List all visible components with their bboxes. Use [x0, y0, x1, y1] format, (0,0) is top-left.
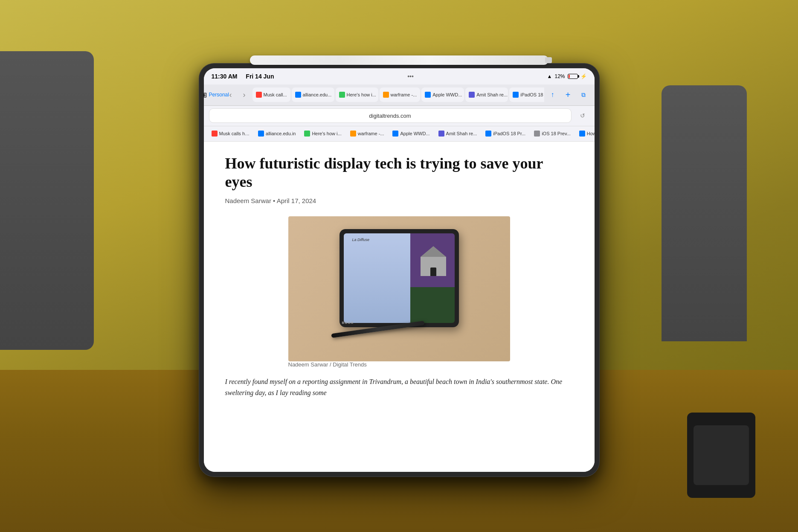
tablet-screen-green: [410, 287, 455, 323]
article-title: How futuristic display tech is trying to…: [225, 154, 573, 191]
tab-favicon-warframe: [383, 92, 389, 98]
article-body-text: I recently found myself on a reporting a…: [225, 376, 573, 399]
bookmark-how-futuristic[interactable]: How futurist...: [576, 129, 595, 138]
house-door: [430, 267, 436, 276]
house-body: [421, 257, 446, 276]
article-image-container: La Diffuse BOOX Nadeem Sarwar / Digital …: [288, 216, 510, 368]
web-content-area: How futuristic display tech is trying to…: [204, 142, 595, 472]
status-dots: •••: [407, 73, 414, 80]
tab-item-alliance[interactable]: alliance.edu...: [292, 87, 334, 102]
device-illustration: La Diffuse BOOX: [335, 229, 463, 340]
status-bar: 11:30 AM Fri 14 Jun ••• ▲ 12% ⚡: [204, 68, 595, 84]
bookmark-favicon-amit: [438, 131, 444, 137]
tab-favicon-ipados: [513, 92, 519, 98]
tab-bar: ⊞ Personal ‹ › Musk call... a: [204, 84, 595, 106]
ipad-screen: 11:30 AM Fri 14 Jun ••• ▲ 12% ⚡: [204, 68, 595, 472]
bookmark-favicon-alliance: [258, 131, 264, 137]
bookmark-label: warframe -...: [358, 131, 384, 136]
ebook-tablet-body: La Diffuse: [340, 229, 459, 327]
bookmark-ipados[interactable]: iPadOS 18 Pr...: [482, 129, 529, 138]
url-input[interactable]: digitaltrends.com: [209, 108, 572, 123]
sidebar-toggle-button[interactable]: ⊞ Personal: [208, 87, 223, 102]
back-button[interactable]: ‹: [224, 88, 237, 101]
house-roof: [421, 246, 446, 257]
bookmark-favicon-warframe: [350, 131, 356, 137]
share-button[interactable]: ↑: [546, 88, 560, 102]
bookmark-alliance[interactable]: alliance.edu.in: [255, 129, 299, 138]
add-tab-icon: +: [566, 90, 571, 100]
forward-button[interactable]: ›: [238, 88, 251, 101]
bookmark-heres[interactable]: Here's how i...: [301, 129, 345, 138]
bookmark-label: alliance.edu.in: [266, 131, 296, 136]
bookmark-label: iPadOS 18 Pr...: [493, 131, 525, 136]
image-caption: Nadeem Sarwar / Digital Trends: [288, 361, 510, 368]
ipad-device: 11:30 AM Fri 14 Jun ••• ▲ 12% ⚡: [199, 55, 600, 477]
tablet-house-illustration: [421, 246, 446, 276]
tab-label: alliance.edu...: [303, 92, 332, 97]
tab-favicon-heres: [339, 92, 345, 98]
tab-label: Apple WWD...: [432, 92, 462, 97]
tab-favicon-apple: [425, 92, 431, 98]
tab-label: Here's how i...: [347, 92, 376, 97]
bookmark-favicon-heres: [304, 131, 310, 137]
article-byline: Nadeem Sarwar • April 17, 2024: [225, 197, 573, 204]
tab-item-ipados[interactable]: iPadOS 18 Pr...: [509, 87, 544, 102]
bookmark-ios[interactable]: iOS 18 Prev...: [531, 129, 574, 138]
status-date: Fri 14 Jun: [246, 73, 274, 80]
tab-favicon-alliance: [295, 92, 301, 98]
tab-item-heres[interactable]: Here's how i...: [336, 87, 378, 102]
bookmark-label: Musk calls h…: [219, 131, 250, 136]
status-bar-right: ▲ 12% ⚡: [547, 73, 587, 79]
article-image: La Diffuse BOOX: [288, 216, 510, 361]
tab-item-warframe[interactable]: warframe -...: [380, 87, 421, 102]
tab-scroll-area: Musk call... alliance.edu... Here's how …: [252, 87, 544, 102]
url-text: digitaltrends.com: [369, 113, 411, 119]
tab-favicon-amit: [469, 92, 475, 98]
bookmark-favicon-apple: [392, 131, 398, 137]
bookmark-label: How futurist...: [587, 131, 595, 136]
bookmark-favicon-ipados: [485, 131, 491, 137]
add-tab-button[interactable]: +: [561, 88, 575, 102]
bookmark-apple[interactable]: Apple WWD...: [389, 129, 433, 138]
share-icon: ↑: [551, 91, 554, 99]
tablet-screen-text: La Diffuse: [352, 238, 370, 242]
tab-label: Musk call...: [264, 92, 287, 97]
bookmark-favicon-musk: [212, 131, 218, 137]
sidebar-icon: ⊞: [204, 91, 207, 99]
tabs-switcher-button[interactable]: ⧉: [577, 88, 590, 102]
battery-icon: [568, 74, 578, 79]
nav-buttons: ‹ ›: [224, 88, 251, 101]
bookmark-favicon-futuristic: [579, 131, 585, 137]
ebook-tablet-screen: La Diffuse: [344, 233, 455, 323]
url-bar: digitaltrends.com ↺: [204, 106, 595, 126]
reload-button[interactable]: ↺: [576, 109, 589, 122]
tab-label: warframe -...: [391, 92, 417, 97]
bookmark-label: Apple WWD...: [400, 131, 429, 136]
bookmark-label: iOS 18 Prev...: [542, 131, 571, 136]
reload-icon: ↺: [580, 112, 585, 119]
bookmark-label: Here's how i...: [312, 131, 341, 136]
tab-item-apple[interactable]: Apple WWD...: [421, 87, 464, 102]
tabs-switcher-icon: ⧉: [581, 91, 586, 99]
article-body-content: I recently found myself on a reporting a…: [225, 378, 563, 396]
tab-item-musk[interactable]: Musk call...: [252, 87, 290, 102]
tablet-screen-bg-blue: [344, 233, 410, 323]
tab-favicon-musk: [256, 92, 262, 98]
tab-item-amit[interactable]: Amit Shah re...: [465, 87, 508, 102]
ipad-body: 11:30 AM Fri 14 Jun ••• ▲ 12% ⚡: [199, 63, 600, 477]
bookmarks-bar: Musk calls h… alliance.edu.in Here's how…: [204, 126, 595, 142]
bookmark-favicon-ios: [534, 131, 540, 137]
tab-label: Amit Shah re...: [476, 92, 508, 97]
wifi-icon: ▲: [547, 73, 552, 79]
bookmark-warframe[interactable]: warframe -...: [347, 129, 388, 138]
bookmark-musk[interactable]: Musk calls h…: [208, 129, 253, 138]
charging-icon: ⚡: [580, 73, 587, 79]
tablet-screen-purple: [410, 233, 455, 287]
tab-label: iPadOS 18 Pr...: [520, 92, 544, 97]
boox-label: BOOX: [342, 321, 354, 325]
apple-pencil: [250, 55, 548, 65]
status-bar-left: 11:30 AM Fri 14 Jun: [212, 73, 274, 80]
bookmark-amit[interactable]: Amit Shah re...: [435, 129, 481, 138]
status-time: 11:30 AM: [212, 73, 238, 80]
bookmark-label: Amit Shah re...: [446, 131, 477, 136]
